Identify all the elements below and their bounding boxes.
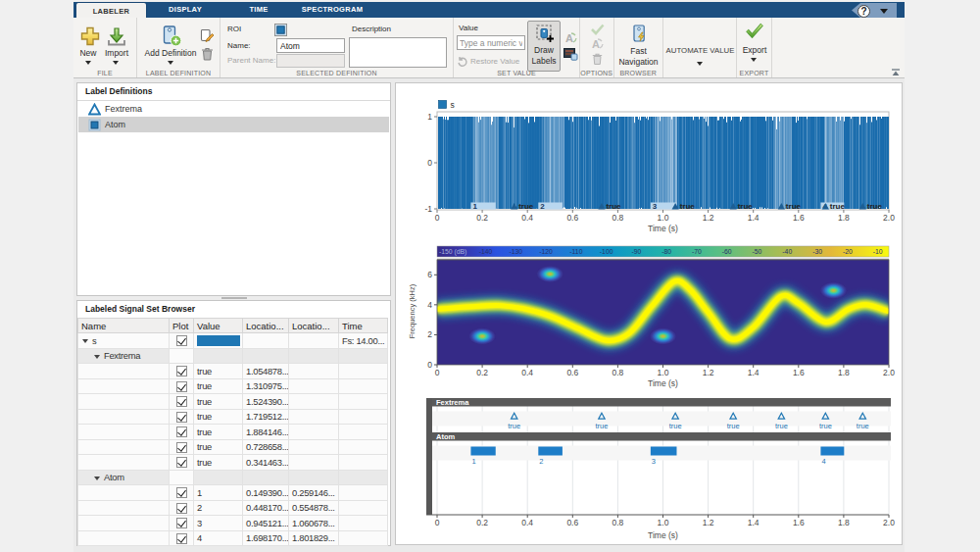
cell-plot[interactable]	[170, 333, 194, 349]
column-header[interactable]: Plot	[170, 319, 194, 333]
cell-time[interactable]	[339, 516, 388, 531]
cell-time[interactable]	[339, 470, 388, 485]
cell-loc1[interactable]: 1.719512...	[243, 409, 289, 425]
cell-loc1[interactable]: 1.884146...	[243, 425, 289, 440]
table-row[interactable]: 30.945121...1.060678...	[78, 516, 388, 531]
cell-value[interactable]: 1	[194, 485, 243, 501]
plot-checkbox[interactable]	[176, 487, 187, 498]
cell-name[interactable]	[78, 500, 170, 516]
table-row[interactable]: 10.149390...0.259146...	[78, 485, 388, 501]
table-row[interactable]: true1.054878...	[78, 364, 388, 379]
cell-loc1[interactable]: 1.054878...	[243, 364, 289, 379]
table-row[interactable]: true1.884146...	[78, 425, 388, 440]
cell-value[interactable]: true	[194, 425, 243, 440]
cell-plot[interactable]	[170, 500, 194, 516]
cell-value[interactable]: true	[194, 378, 243, 394]
cell-loc1[interactable]: 0.149390...	[243, 485, 289, 501]
cell-name[interactable]	[78, 378, 170, 394]
cell-loc1[interactable]	[243, 333, 289, 349]
column-header[interactable]: Value	[194, 319, 243, 333]
table-row[interactable]: Fextrema	[78, 348, 388, 364]
export-caret-icon[interactable]	[751, 58, 757, 62]
new-caret-icon[interactable]	[85, 61, 91, 65]
table-row[interactable]: true0.728658...	[78, 439, 388, 455]
cell-plot[interactable]	[170, 485, 194, 501]
import-button[interactable]: Import	[101, 48, 132, 58]
collapse-toolstrip-icon[interactable]	[891, 69, 901, 76]
cell-time[interactable]	[339, 425, 388, 440]
export-icon[interactable]	[745, 23, 764, 38]
cell-value[interactable]: true	[194, 439, 243, 455]
table-row[interactable]: 20.448170...0.554878...	[78, 500, 388, 516]
cell-time[interactable]	[339, 530, 388, 546]
cell-loc2[interactable]	[289, 364, 339, 379]
export-button[interactable]: Export	[735, 45, 774, 55]
table-row[interactable]: true1.310975...	[78, 378, 388, 394]
column-header[interactable]: Locatio...	[243, 319, 289, 333]
cell-plot[interactable]	[170, 364, 194, 379]
edit-definition-icon[interactable]	[198, 27, 215, 44]
plot-checkbox[interactable]	[176, 503, 187, 514]
cell-loc2[interactable]	[289, 455, 339, 471]
cell-time[interactable]	[339, 394, 388, 410]
cell-loc1[interactable]: 0.341463...	[243, 455, 289, 471]
plot-checkbox[interactable]	[176, 381, 187, 392]
cell-plot[interactable]	[170, 516, 194, 531]
cell-time[interactable]	[339, 409, 388, 425]
cell-name[interactable]	[78, 530, 170, 546]
fast-navigation-button[interactable]: Fast	[614, 46, 663, 56]
plot-checkbox[interactable]	[176, 457, 187, 468]
cell-loc1[interactable]: 1.310975...	[243, 378, 289, 394]
cell-time[interactable]	[339, 455, 388, 471]
cell-name[interactable]	[78, 516, 170, 531]
cell-loc1[interactable]: 1.524390...	[243, 394, 289, 410]
cell-name[interactable]	[78, 394, 170, 410]
column-header[interactable]: Name	[78, 319, 170, 333]
region-label-bar[interactable]	[470, 447, 495, 456]
cell-value[interactable]: true	[194, 409, 243, 425]
plot-checkbox[interactable]	[176, 518, 187, 528]
help-menu[interactable]: ?	[852, 3, 897, 18]
cell-loc2[interactable]	[289, 378, 339, 394]
cell-loc2[interactable]	[289, 409, 339, 425]
import-caret-icon[interactable]	[113, 61, 119, 65]
cell-plot[interactable]	[170, 394, 194, 410]
column-header[interactable]: Locatio...	[289, 319, 339, 333]
cell-name[interactable]: Fextrema	[78, 348, 170, 364]
plot-checkbox[interactable]	[176, 533, 187, 544]
label-definition-item-atom[interactable]: Atom	[78, 117, 389, 132]
plot-checkbox[interactable]	[176, 427, 187, 437]
cell-plot[interactable]	[170, 425, 194, 440]
cell-time[interactable]	[339, 500, 388, 516]
automate-value-caret-icon[interactable]	[697, 62, 703, 66]
cell-name[interactable]: Atom	[78, 470, 170, 485]
plots-canvas[interactable]: s1234truetruetruetruetruetruetrue10-100.…	[396, 83, 902, 544]
cell-name[interactable]: s	[78, 333, 170, 349]
cell-loc2[interactable]	[289, 394, 339, 410]
expand-arrow-icon[interactable]	[82, 339, 88, 343]
table-row[interactable]: Atom	[78, 470, 388, 485]
cell-name[interactable]	[78, 364, 170, 379]
draw-labels-button[interactable]: Draw Labels	[527, 21, 561, 72]
cell-time[interactable]	[339, 485, 388, 501]
cell-loc2[interactable]: 1.060678...	[289, 516, 339, 531]
cell-value[interactable]	[194, 333, 243, 349]
cell-time[interactable]	[339, 364, 388, 379]
plot-checkbox[interactable]	[176, 366, 187, 376]
new-button[interactable]: New	[75, 48, 101, 58]
cell-loc1[interactable]: 0.728658...	[243, 439, 289, 455]
cell-plot[interactable]	[170, 439, 194, 455]
cell-value[interactable]: 2	[194, 500, 243, 516]
region-label-bar[interactable]	[820, 447, 844, 456]
cell-loc2[interactable]	[289, 333, 339, 349]
cell-name[interactable]	[78, 409, 170, 425]
delete-definition-icon[interactable]	[200, 46, 215, 62]
add-definition-caret-icon[interactable]	[168, 61, 173, 65]
cell-plot[interactable]	[170, 530, 194, 546]
label-definition-item-fextrema[interactable]: Fextrema	[78, 101, 389, 117]
region-label-bar[interactable]	[651, 447, 677, 456]
table-row[interactable]: sFs: 14.00...	[78, 333, 388, 349]
cell-loc2[interactable]	[289, 348, 339, 364]
help-icon[interactable]: ?	[858, 5, 870, 18]
cell-time[interactable]: Fs: 14.00...	[339, 333, 388, 349]
